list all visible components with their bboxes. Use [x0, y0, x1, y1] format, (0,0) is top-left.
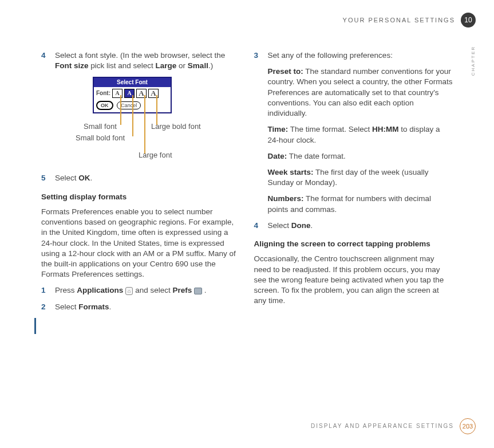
chapter-badge: 10 [461, 13, 476, 27]
step-3: 3 Set any of the following preferences: [254, 50, 453, 61]
subhead-display-formats: Setting display formats [41, 192, 240, 202]
text: . [311, 221, 313, 230]
leader-line [120, 95, 121, 125]
step-1: 1 Press Applications ⌂ and select Prefs … [41, 285, 240, 296]
chapter-side-label: CHAPTER [471, 46, 477, 76]
step-number: 4 [254, 221, 262, 231]
page-number-badge: 203 [460, 418, 476, 434]
footer-title: DISPLAY AND APPEARANCE SETTINGS [311, 422, 454, 430]
step-text: Press Applications ⌂ and select Prefs . [55, 285, 240, 296]
page-body: 4 Select a font style. (In the web brows… [41, 50, 453, 408]
step-4: 4 Select a font style. (In the web brows… [41, 50, 240, 71]
callout-small-bold-font: Small bold font [76, 133, 125, 143]
text: Select [268, 221, 291, 230]
margin-bar [34, 318, 36, 334]
text: and select [135, 286, 172, 294]
bold: Font size [55, 61, 89, 70]
bold: Large [156, 61, 177, 70]
callout-small-font: Small font [84, 121, 117, 132]
text: . [90, 174, 93, 182]
pref-time: Time: The time format. Select HH:MM to d… [268, 124, 453, 145]
step-5: 5 Select OK. [41, 173, 240, 183]
step-number: 4 [41, 50, 49, 71]
leader-line [144, 95, 145, 154]
header-title: YOUR PERSONAL SETTINGS [343, 16, 455, 25]
page-footer: DISPLAY AND APPEARANCE SETTINGS 203 [311, 418, 476, 434]
callout-large-font: Large font [139, 150, 172, 160]
text: Select [55, 302, 78, 311]
right-column: 3 Set any of the following preferences: … [254, 50, 453, 408]
text: Select [55, 174, 78, 182]
subhead-aligning-screen: Aligning the screen to correct tapping p… [254, 239, 453, 249]
pref-date: Date: The date format. [268, 151, 453, 162]
page-header: YOUR PERSONAL SETTINGS 10 [343, 13, 476, 27]
step-number: 5 [41, 173, 49, 183]
pref-week: Week starts: The first day of the week (… [268, 167, 453, 188]
text: . [202, 286, 207, 294]
step-text: Select OK. [55, 173, 240, 183]
step-text: Select a font style. (In the web browser… [55, 50, 240, 71]
step-4-right: 4 Select Done. [254, 221, 453, 231]
bold: Small [188, 61, 208, 70]
prefs-icon [194, 288, 202, 294]
bold: Prefs [173, 286, 192, 294]
pref-preset: Preset to: The standard number conventio… [268, 66, 453, 119]
text: Press [55, 286, 77, 294]
text: or [176, 61, 188, 70]
pref-label: Preset to: [268, 67, 303, 76]
step-number: 2 [41, 302, 49, 312]
bold: OK [78, 174, 90, 182]
home-icon: ⌂ [125, 287, 133, 295]
text: pick list and select [89, 61, 156, 70]
bold: Applications [77, 286, 123, 294]
leader-line [132, 95, 133, 136]
pref-label: Numbers: [268, 194, 304, 203]
font-label: Font: [96, 89, 110, 97]
pref-label: Time: [268, 125, 289, 133]
pref-numbers: Numbers: The format for numbers with dec… [268, 194, 453, 214]
pref-text: The date format. [287, 152, 346, 160]
bold: HH:MM [372, 125, 399, 133]
ok-button[interactable]: OK [96, 101, 113, 110]
paragraph: Formats Preferences enable you to select… [41, 207, 240, 280]
select-font-figure: Select Font Font: A A A A OK Cancel [58, 77, 207, 168]
callout-large-bold-font: Large bold font [151, 121, 201, 132]
leader-line [156, 95, 157, 125]
step-number: 3 [254, 50, 262, 61]
text: .) [208, 61, 213, 70]
bold: Done [291, 221, 311, 230]
step-text: Set any of the following preferences: [268, 50, 453, 61]
step-number: 1 [41, 285, 49, 296]
dialog-title: Select Font [94, 78, 171, 87]
pref-label: Week starts: [268, 168, 314, 176]
bold: Formats [78, 302, 109, 311]
text: Select a font style. (In the web browser… [55, 51, 225, 60]
paragraph: Occasionally, the Centro touchscreen ali… [254, 254, 453, 306]
left-column: 4 Select a font style. (In the web brows… [41, 50, 240, 408]
step-text: Select Formats. [55, 302, 240, 312]
text: . [109, 302, 112, 311]
pref-label: Date: [268, 152, 287, 160]
step-text: Select Done. [268, 221, 453, 231]
step-2: 2 Select Formats. [41, 302, 240, 312]
pref-text: The time format. Select [288, 125, 372, 133]
